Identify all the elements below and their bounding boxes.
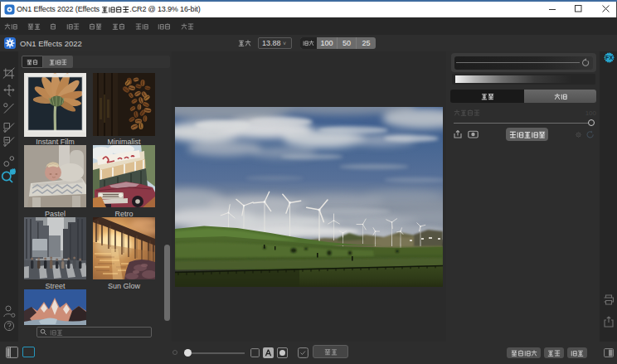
svg-text:FX: FX [605,55,613,61]
